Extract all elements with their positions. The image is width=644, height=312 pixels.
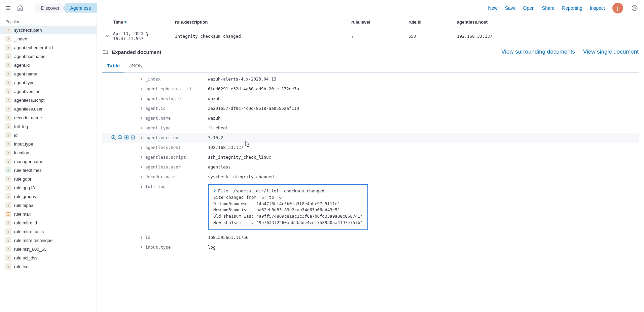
filter-for-icon[interactable]	[111, 135, 116, 140]
expanded-document: Expanded document View surrounding docum…	[97, 44, 644, 257]
field-item-rule-gpg13[interactable]: trule.gpg13	[0, 183, 97, 192]
doc-field-type: t	[138, 174, 145, 179]
field-item-agentless-script[interactable]: tagentless.script	[0, 96, 97, 104]
field-name-label: agent.ephemeral_id	[14, 45, 53, 50]
doc-field-row: tagent.hostnamewazuh	[102, 94, 639, 103]
field-type-badge: t	[5, 106, 11, 112]
reporting-button[interactable]: Reporting	[562, 5, 582, 11]
field-name-label: agent.id	[14, 63, 30, 68]
doc-field-value: wazuh-alerts-4.x-2023.04.13	[208, 76, 639, 82]
field-name-label: _index	[14, 36, 27, 41]
col-header-level[interactable]: rule.level	[351, 20, 408, 25]
field-name-label: rule.hipaa	[14, 203, 33, 208]
field-item-rule-firedtimes[interactable]: #rule.firedtimes	[0, 166, 97, 175]
expanded-header-left: Expanded document	[102, 49, 162, 55]
doc-field-value: wazuh	[208, 96, 639, 101]
expanded-header: Expanded document View surrounding docum…	[102, 46, 639, 59]
expand-log-button[interactable]	[213, 188, 216, 193]
doc-field-key: agent.hostname	[145, 96, 208, 101]
field-type-badge: t	[5, 255, 11, 261]
field-item-syscheck-path[interactable]: tsyscheck.path	[0, 26, 97, 34]
save-button[interactable]: Save	[505, 5, 516, 11]
field-item--index[interactable]: t_index	[0, 34, 97, 43]
top-nav-right: New Save Open Share Reporting Inspect j	[488, 3, 641, 13]
field-name-label: agent.version	[14, 89, 40, 94]
field-type-badge: t	[5, 44, 11, 51]
doc-field-type: t	[138, 96, 145, 101]
field-item-id[interactable]: tid	[0, 131, 97, 139]
field-item-agent-version[interactable]: tagent.version	[0, 87, 97, 96]
field-type-badge: t	[5, 185, 11, 191]
field-item-agent-ephemeral-id[interactable]: tagent.ephemeral_id	[0, 43, 97, 52]
doc-field-value: agentless	[208, 164, 639, 169]
field-item-location[interactable]: tlocation	[0, 148, 97, 157]
breadcrumbs: Discover Agentless	[35, 3, 97, 13]
field-type-badge: t	[5, 158, 11, 164]
field-type-badge: t	[5, 193, 11, 199]
field-name-label: rule.nist_800_53	[14, 247, 46, 252]
col-header-host[interactable]: agentless.host	[457, 20, 639, 25]
field-item-rule-gdpr[interactable]: trule.gdpr	[0, 175, 97, 183]
field-item-rule-tsc[interactable]: trule.tsc	[0, 262, 97, 271]
breadcrumb-agentless[interactable]: Agentless	[63, 3, 97, 13]
doc-field-type: t	[138, 116, 145, 121]
field-type-badge: t	[5, 88, 11, 94]
user-avatar[interactable]: j	[612, 3, 623, 13]
home-button[interactable]	[15, 3, 26, 13]
field-item-rule-mitre-technique[interactable]: trule.mitre.technique	[0, 236, 97, 245]
new-button[interactable]: New	[488, 5, 498, 11]
open-button[interactable]: Open	[523, 5, 535, 11]
field-type-badge: t	[5, 71, 11, 77]
doc-field-value: File '/special_dir/file1' checksum chang…	[208, 184, 639, 230]
field-item-rule-groups[interactable]: trule.groups	[0, 192, 97, 201]
doc-field-key: agentless.host	[145, 145, 208, 150]
field-item-manager-name[interactable]: tmanager.name	[0, 157, 97, 166]
expanded-links: View surrounding documents View single d…	[501, 49, 639, 55]
field-item-decoder-name[interactable]: tdecoder.name	[0, 113, 97, 122]
cell-time: Apr 13, 2023 @ 16:47:41.557	[113, 31, 175, 41]
field-item-agent-hostname[interactable]: tagent.hostname	[0, 52, 97, 61]
settings-button[interactable]	[631, 4, 639, 12]
field-item-agent-id[interactable]: tagent.id	[0, 61, 97, 69]
breadcrumb-discover[interactable]: Discover	[35, 3, 65, 13]
row-collapse-button[interactable]	[102, 34, 113, 38]
col-header-id[interactable]: rule.id	[408, 20, 457, 25]
field-type-badge: t	[5, 263, 11, 270]
view-single-link[interactable]: View single document	[583, 49, 639, 55]
field-item-rule-nist-800-53[interactable]: trule.nist_800_53	[0, 245, 97, 253]
field-item-rule-mitre-tactic[interactable]: trule.mitre.tactic	[0, 227, 97, 236]
doc-field-row: tagentless.scriptssh_integrity_check_lin…	[102, 152, 639, 162]
field-item-full-log[interactable]: tfull_log	[0, 122, 97, 131]
doc-field-key: _index	[145, 76, 208, 82]
tab-json[interactable]: JSON	[124, 59, 147, 72]
doc-field-key: agent.version	[145, 135, 208, 140]
field-item-rule-mail[interactable]: rule.mail	[0, 210, 97, 218]
field-item-rule-mitre-id[interactable]: trule.mitre.id	[0, 218, 97, 227]
field-item-agentless-user[interactable]: tagentless.user	[0, 104, 97, 113]
menu-toggle-button[interactable]	[3, 3, 13, 13]
field-type-badge: t	[5, 53, 11, 59]
field-item-input-type[interactable]: tinput.type	[0, 139, 97, 148]
field-type-badge: t	[5, 228, 11, 235]
share-button[interactable]: Share	[542, 5, 554, 11]
inspect-button[interactable]: Inspect	[590, 5, 605, 11]
field-item-agent-type[interactable]: tagent.type	[0, 78, 97, 87]
field-item-rule-pci-dss[interactable]: trule.pci_dss	[0, 253, 97, 262]
field-item-rule-hipaa[interactable]: trule.hipaa	[0, 201, 97, 210]
field-type-badge: t	[5, 97, 11, 103]
col-header-time[interactable]: Time ▾	[113, 20, 175, 25]
document-field-table: t_indexwazuh-alerts-4.x-2023.04.13tagent…	[102, 74, 639, 252]
field-name-label: full_log	[14, 124, 28, 129]
tab-table[interactable]: Table	[102, 59, 124, 72]
filter-exists-icon[interactable]	[131, 135, 135, 140]
field-type-badge	[5, 211, 11, 217]
col-header-description[interactable]: rule.description	[175, 20, 351, 25]
full-log-line: Old md5sum was: '14a47f5bf4c5b0fa3f8e4ab…	[213, 201, 363, 207]
doc-field-key: agentless.user	[145, 164, 208, 169]
folder-open-icon	[102, 49, 108, 55]
view-surrounding-link[interactable]: View surrounding documents	[501, 49, 575, 55]
filter-out-icon[interactable]	[118, 135, 122, 140]
field-item-agent-name[interactable]: tagent.name	[0, 69, 97, 78]
toggle-column-icon[interactable]	[124, 135, 129, 140]
field-name-label: agentless.script	[14, 98, 44, 103]
